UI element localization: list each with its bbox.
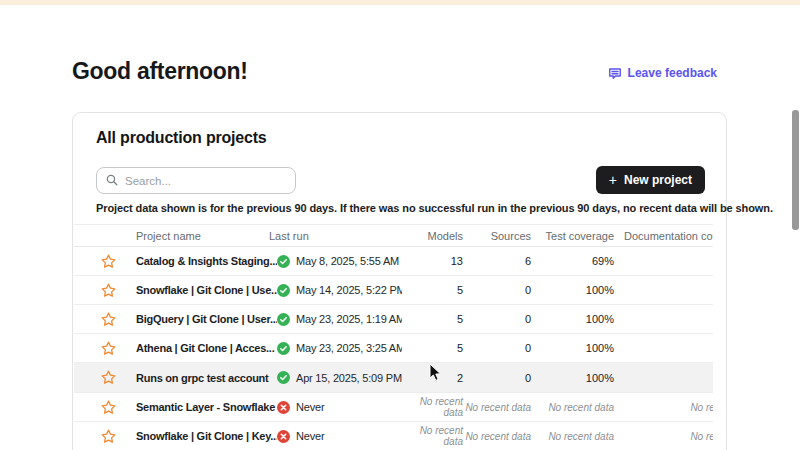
- vertical-scrollbar-thumb[interactable]: [792, 110, 799, 230]
- table-header-row: Project name Last run Models Sources Tes…: [74, 224, 713, 247]
- feedback-label: Leave feedback: [628, 66, 717, 80]
- documentation-coverage-value: No recent data: [614, 402, 713, 413]
- column-header-project-name: Project name: [134, 230, 277, 242]
- sources-count: 6: [463, 255, 531, 267]
- card-title: All production projects: [96, 129, 267, 147]
- favorite-star-button[interactable]: [101, 429, 116, 444]
- last-run-date: May 23, 2025, 1:19 AM BST: [296, 313, 402, 325]
- test-coverage-value: 100%: [531, 342, 614, 354]
- models-count: 5: [402, 342, 463, 354]
- favorite-star-button[interactable]: [101, 370, 116, 385]
- models-count: No recent data: [402, 425, 463, 447]
- star-icon: [101, 312, 116, 327]
- test-coverage-value: 100%: [531, 313, 614, 325]
- new-project-label: New project: [624, 173, 692, 187]
- favorite-star-button[interactable]: [101, 400, 116, 415]
- project-link[interactable]: Runs on grpc test account: [136, 372, 269, 384]
- column-header-models: Models: [402, 230, 463, 242]
- column-header-last-run: Last run: [269, 230, 394, 242]
- search-box[interactable]: [96, 167, 296, 194]
- last-run-date: Apr 15, 2025, 5:09 PM BST: [296, 372, 402, 384]
- models-count: 13: [402, 255, 463, 267]
- favorite-star-button[interactable]: [101, 341, 116, 356]
- test-coverage-value: 100%: [531, 284, 614, 296]
- success-status-icon: [277, 313, 290, 326]
- success-status-icon: [277, 255, 290, 268]
- search-icon: [106, 172, 118, 190]
- error-status-icon: [277, 430, 290, 443]
- column-header-test-coverage: Test coverage: [531, 230, 614, 242]
- sources-count: 0: [463, 284, 531, 296]
- new-project-button[interactable]: + New project: [596, 166, 705, 194]
- projects-card: All production projects + New project Pr…: [72, 112, 727, 450]
- test-coverage-value: No recent data: [531, 431, 614, 442]
- feedback-bubble-icon: [608, 66, 622, 80]
- test-coverage-value: 69%: [531, 255, 614, 267]
- error-status-icon: [277, 401, 290, 414]
- star-icon: [101, 370, 116, 385]
- projects-table: Project name Last run Models Sources Tes…: [74, 224, 713, 450]
- project-link[interactable]: Snowflake | Git Clone | Key...: [136, 430, 277, 442]
- sources-count: No recent data: [463, 402, 531, 413]
- project-link[interactable]: BigQuery | Git Clone | User...: [136, 313, 277, 325]
- sources-count: No recent data: [463, 431, 531, 442]
- success-status-icon: [277, 342, 290, 355]
- test-coverage-value: 100%: [531, 372, 614, 384]
- favorite-star-button[interactable]: [101, 312, 116, 327]
- last-run-date: May 23, 2025, 3:25 AM BST: [296, 342, 402, 354]
- favorite-star-button[interactable]: [101, 254, 116, 269]
- table-row[interactable]: Snowflake | Git Clone | Key... Never No …: [74, 422, 713, 450]
- last-run-date: May 14, 2025, 5:22 PM BST: [296, 284, 402, 296]
- sources-count: 0: [463, 313, 531, 325]
- sources-count: 0: [463, 342, 531, 354]
- models-count: 5: [402, 313, 463, 325]
- table-row[interactable]: Snowflake | Git Clone | Use... May 14, 2…: [74, 276, 713, 305]
- models-count: 5: [402, 284, 463, 296]
- dashboard-page: { "page": { "greeting": "Good afternoon!…: [0, 0, 800, 450]
- star-icon: [101, 400, 116, 415]
- top-accent-strip: [0, 0, 800, 5]
- project-link[interactable]: Catalog & Insights Staging...: [136, 255, 277, 267]
- success-status-icon: [277, 284, 290, 297]
- star-icon: [101, 429, 116, 444]
- plus-icon: +: [609, 173, 617, 187]
- project-link[interactable]: Athena | Git Clone | Acces...: [136, 342, 274, 354]
- last-run-date: May 8, 2025, 5:55 AM BST: [296, 255, 402, 267]
- models-count: No recent data: [402, 396, 463, 418]
- last-run-date: Never: [296, 401, 324, 413]
- project-link[interactable]: Semantic Layer - Snowflake: [136, 401, 275, 413]
- leave-feedback-link[interactable]: Leave feedback: [608, 66, 717, 80]
- test-coverage-value: No recent data: [531, 402, 614, 413]
- project-link[interactable]: Snowflake | Git Clone | Use...: [136, 284, 277, 296]
- column-header-sources: Sources: [463, 230, 531, 242]
- table-row[interactable]: Catalog & Insights Staging... May 8, 202…: [74, 247, 713, 276]
- sources-count: 0: [463, 372, 531, 384]
- documentation-coverage-value: No recent data: [614, 431, 713, 442]
- models-count: 2: [402, 372, 463, 384]
- star-icon: [101, 254, 116, 269]
- star-icon: [101, 341, 116, 356]
- table-row-hovered[interactable]: Runs on grpc test account Apr 15, 2025, …: [74, 363, 713, 393]
- success-status-icon: [277, 371, 290, 384]
- table-row[interactable]: BigQuery | Git Clone | User... May 23, 2…: [74, 305, 713, 334]
- table-row[interactable]: Athena | Git Clone | Acces... May 23, 20…: [74, 334, 713, 363]
- table-row[interactable]: Semantic Layer - Snowflake Never No rece…: [74, 393, 713, 422]
- favorite-star-button[interactable]: [101, 283, 116, 298]
- search-input[interactable]: [125, 175, 286, 187]
- star-icon: [101, 283, 116, 298]
- last-run-date: Never: [296, 430, 324, 442]
- data-range-notice: Project data shown is for the previous 9…: [96, 202, 711, 214]
- page-title: Good afternoon!: [72, 58, 248, 85]
- column-header-documentation-coverage: Documentation coverage: [614, 230, 713, 242]
